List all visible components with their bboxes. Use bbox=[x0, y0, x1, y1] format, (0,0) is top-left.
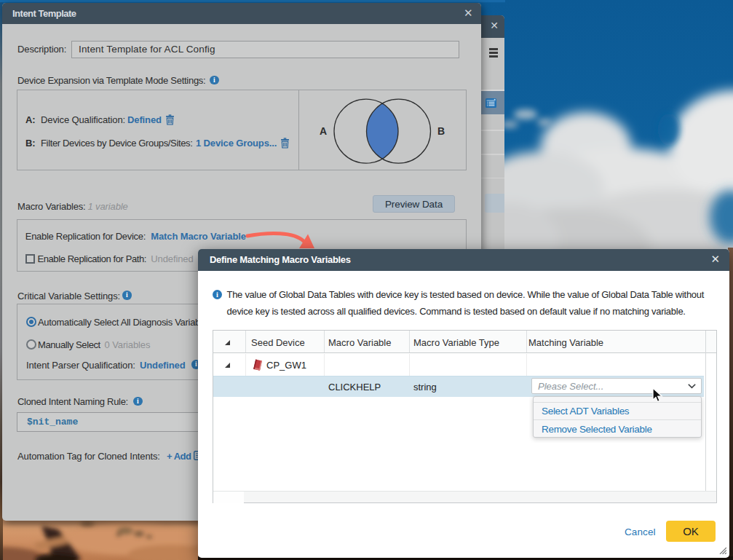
svg-text:A: A bbox=[320, 125, 327, 137]
svg-text:B: B bbox=[437, 125, 445, 137]
